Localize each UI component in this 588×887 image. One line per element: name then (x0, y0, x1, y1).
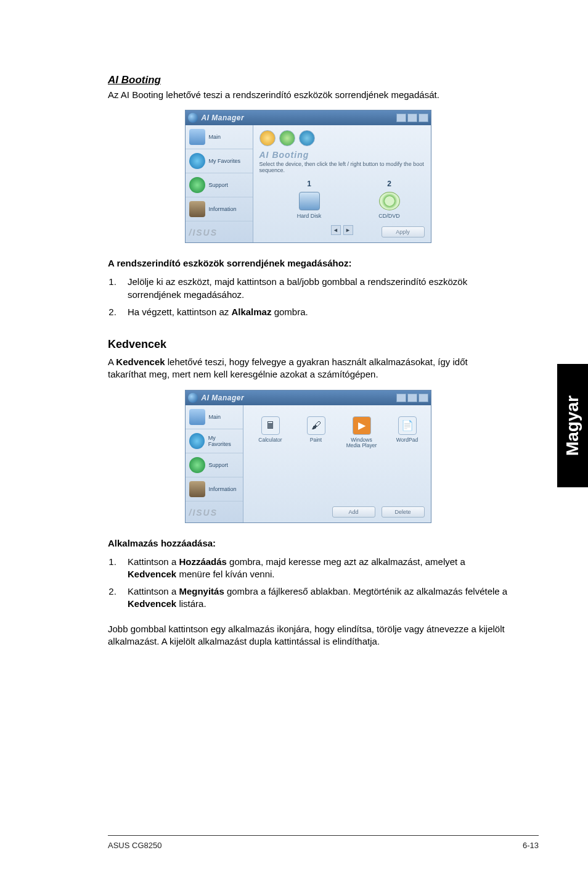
footer-product: ASUS CG8250 (108, 841, 161, 850)
favorite-app-wordpad[interactable]: 📄 WordPad (390, 416, 425, 449)
sidebar-item-support[interactable]: Support (186, 453, 243, 477)
calculator-icon: 🖩 (261, 416, 280, 435)
add-button[interactable]: Add (332, 506, 375, 518)
favorite-label: Calculator (253, 437, 288, 443)
slot-number: 1 (282, 179, 337, 188)
brand-label: /ISUS (186, 501, 243, 522)
sidebar-item-favorites[interactable]: My Favorites (186, 149, 253, 173)
close-icon[interactable] (419, 394, 428, 402)
minimize-icon[interactable] (396, 394, 406, 402)
brand-label: /ISUS (186, 221, 253, 242)
harddisk-icon (299, 192, 320, 210)
wordpad-icon: 📄 (398, 416, 417, 435)
sidebar: Main My Favorites Support Information (186, 405, 243, 522)
sidebar-item-label: Support (209, 182, 229, 188)
panel-title: AI Booting (259, 150, 425, 160)
sidebar-item-label: Information (209, 486, 237, 492)
favorites-title: Kedvencek (108, 338, 508, 351)
screenshot-favorites: AI Manager Main My Favorites (185, 390, 431, 523)
boot-step-1: Jelölje ki az eszközt, majd kattintson a… (119, 276, 508, 301)
app-logo-icon (188, 113, 198, 123)
favorites-icon (189, 433, 205, 449)
sidebar-item-information[interactable]: Information (186, 477, 243, 501)
favorite-label: WordPad (390, 437, 425, 443)
sidebar-item-main[interactable]: Main (186, 125, 253, 149)
delete-button[interactable]: Delete (382, 506, 425, 518)
apply-button[interactable]: Apply (382, 226, 425, 237)
mediaplayer-icon: ▶ (353, 416, 371, 435)
footer-page-number: 6-13 (523, 841, 539, 850)
add-app-title: Alkalmazás hozzáadása: (108, 538, 508, 548)
sidebar-item-label: Support (209, 462, 229, 468)
app-logo-icon (188, 393, 198, 403)
favorites-icon (189, 153, 205, 169)
boot-slot-1[interactable]: 1 Hard Disk (282, 179, 337, 219)
sidebar-item-support[interactable]: Support (186, 173, 253, 197)
support-icon (189, 177, 205, 193)
move-right-button[interactable]: ► (343, 225, 353, 235)
favorites-outro: Jobb gombbal kattintson egy alkalmazás i… (108, 623, 508, 648)
sidebar-item-label: My Favorites (208, 435, 239, 447)
add-app-step-1: Kattintson a Hozzáadás gombra, majd kere… (119, 556, 508, 581)
sidebar-item-label: My Favorites (209, 158, 241, 164)
window-titlebar: AI Manager (186, 390, 431, 405)
boot-slot-2[interactable]: 2 CD/DVD (362, 179, 417, 219)
maximize-icon[interactable] (407, 394, 417, 402)
sidebar: Main My Favorites Support Information (186, 125, 253, 242)
favorite-app-paint[interactable]: 🖌 Paint (299, 416, 333, 449)
toolbar-button-2[interactable] (279, 130, 295, 146)
minimize-icon[interactable] (396, 113, 406, 122)
favorite-app-media-player[interactable]: ▶ Windows Media Player (345, 416, 379, 449)
sidebar-item-main[interactable]: Main (186, 405, 243, 429)
ai-booting-title: AI Booting (108, 74, 508, 86)
support-icon (189, 457, 205, 473)
ai-booting-intro: Az AI Booting lehetővé teszi a rendszeri… (108, 89, 508, 101)
move-left-button[interactable]: ◄ (331, 225, 341, 235)
main-panel: 🖩 Calculator 🖌 Paint ▶ Windows Media Pla… (243, 405, 431, 522)
maximize-icon[interactable] (407, 113, 417, 122)
add-app-step-2: Kattintson a Megnyitás gombra a fájlkere… (119, 585, 508, 611)
paint-icon: 🖌 (307, 416, 325, 435)
favorite-label: Windows Media Player (345, 437, 379, 449)
sidebar-item-information[interactable]: Information (186, 197, 253, 221)
window-title: AI Manager (202, 394, 245, 402)
main-icon (189, 409, 205, 425)
screenshot-ai-booting: AI Manager Main My Favorites (185, 110, 431, 243)
panel-instruction: Select the device, then click the left /… (259, 161, 425, 173)
language-tab: Magyar (557, 364, 588, 487)
boot-howto-title: A rendszerindító eszközök sorrendjének m… (108, 258, 508, 268)
slot-label: CD/DVD (362, 213, 417, 219)
slot-number: 2 (362, 179, 417, 188)
toolbar-button-3[interactable] (299, 130, 315, 146)
boot-step-2: Ha végzett, kattintson az Alkalmaz gombr… (119, 306, 508, 318)
sidebar-item-label: Main (209, 134, 221, 140)
sidebar-item-label: Information (209, 206, 237, 212)
favorite-label: Paint (299, 437, 333, 443)
language-label: Magyar (563, 395, 582, 456)
main-panel: AI Booting Select the device, then click… (253, 125, 431, 242)
information-icon (189, 201, 205, 217)
cddvd-icon (379, 192, 400, 210)
slot-label: Hard Disk (282, 213, 337, 219)
sidebar-item-label: Main (209, 414, 221, 420)
information-icon (189, 481, 205, 497)
main-icon (189, 129, 205, 145)
favorite-app-calculator[interactable]: 🖩 Calculator (253, 416, 288, 449)
close-icon[interactable] (419, 113, 428, 122)
favorites-intro: A Kedvencek lehetővé teszi, hogy felvegy… (108, 356, 508, 381)
toolbar-button-1[interactable] (259, 130, 276, 146)
window-titlebar: AI Manager (186, 110, 431, 125)
window-title: AI Manager (202, 113, 245, 122)
sidebar-item-favorites[interactable]: My Favorites (186, 429, 243, 453)
